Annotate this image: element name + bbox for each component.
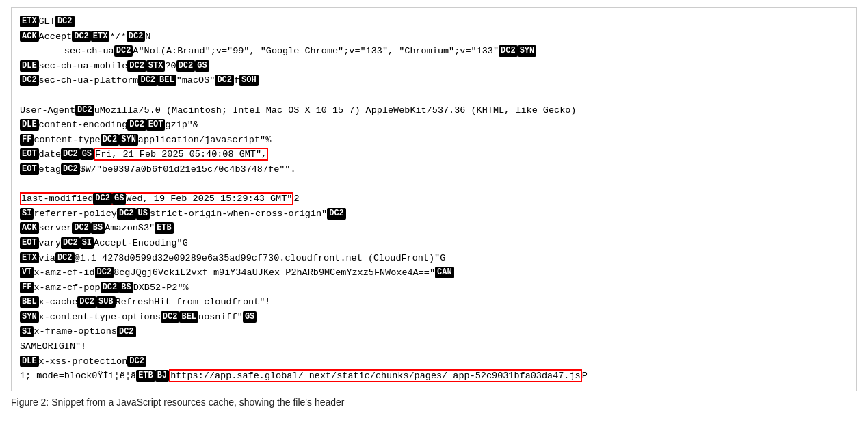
- badge-bel-3: BEL: [179, 311, 198, 323]
- line-13: last-modifiedDC2GSWed, 19 Feb 2025 15:29…: [20, 192, 848, 207]
- badge-dc2-15: DC2: [61, 163, 80, 175]
- line-21: SYNx-content-type-optionsDC2BELnosniff"G…: [20, 310, 848, 325]
- badge-bel-2: BEL: [20, 296, 39, 308]
- badge-eot: EOT: [146, 119, 166, 131]
- badge-vt: VT: [20, 267, 34, 278]
- badge-etx: ETX: [20, 16, 39, 27]
- badge-dc2-9: DC2: [138, 75, 157, 86]
- badge-dc2-8: DC2: [20, 75, 39, 86]
- badge-dc2-20: DC2: [61, 237, 80, 249]
- badge-dc2-2: DC2: [72, 31, 91, 42]
- badge-etx-2: ETX: [91, 31, 110, 42]
- line-23: SAMEORIGIN"!: [20, 339, 848, 354]
- badge-dle-3: DLE: [20, 356, 39, 367]
- line-17: ETXviaDC2@1.1 4278d0599d32e09289e6a35ad9…: [20, 251, 848, 266]
- date-highlight: Fri, 21 Feb 2025 05:40:08 GMT",: [94, 148, 268, 161]
- line-16: EOTvaryDC2SIAccept-Encoding"G: [20, 236, 848, 251]
- line-18: VTx-amz-cf-idDC28cgJQgj6VckiL2vxf_m9iY34…: [20, 265, 848, 280]
- line-24: DLEx-xss-protectionDC2: [20, 354, 848, 369]
- badge-dc2-10: DC2: [215, 75, 234, 86]
- badge-syn-3: SYN: [20, 311, 39, 323]
- badge-ack-2: ACK: [20, 222, 39, 234]
- line-15: ACKserverDC2BSAmazonS3"ETB: [20, 221, 848, 236]
- line-7: User-AgentDC2uMozilla/5.0 (Macintosh; In…: [20, 103, 848, 118]
- badge-ack: ACK: [20, 31, 39, 42]
- badge-dc2-19: DC2: [72, 222, 91, 234]
- badge-dle-2: DLE: [20, 119, 39, 131]
- line-6: [20, 88, 848, 103]
- badge-bs: BS: [91, 222, 105, 234]
- badge-soh: SOH: [239, 75, 259, 86]
- line-14: SIreferrer-policyDC2USstrict-origin-when…: [20, 207, 848, 222]
- badge-si: SI: [20, 208, 34, 220]
- badge-dc2-25: DC2: [161, 311, 180, 323]
- badge-eot-4: EOT: [20, 237, 39, 249]
- line-5: DC2sec-ch-ua-platformDC2BEL"macOS"DC2fSO…: [20, 73, 848, 88]
- badge-dc2-13: DC2: [101, 134, 120, 146]
- badge-bel: BEL: [157, 75, 176, 86]
- badge-bj: BJ: [155, 370, 169, 382]
- badge-bs-2: BS: [119, 282, 133, 293]
- line-11: EOTetagDC2$W/"be9397a0b6f01d21e15c70c4b3…: [20, 162, 848, 177]
- badge-dc2-23: DC2: [101, 282, 120, 293]
- badge-syn: SYN: [518, 45, 537, 57]
- badge-gs-2: GS: [80, 148, 94, 160]
- badge-dc2-1: DC2: [55, 16, 75, 27]
- badge-eot-2: EOT: [20, 148, 39, 160]
- line-1: ETXGETDC2: [20, 14, 848, 29]
- badge-dc2-11: DC2: [75, 105, 94, 116]
- badge-eot-3: EOT: [20, 163, 39, 175]
- badge-etx-3: ETX: [20, 252, 39, 264]
- badge-dc2-3: DC2: [127, 31, 146, 42]
- badge-etb-2: ETB: [136, 370, 155, 382]
- figure-caption: Figure 2: Snippet from a JavaScript reso…: [11, 397, 857, 408]
- badge-dc2-26: DC2: [117, 326, 136, 338]
- badge-dc2-4: DC2: [114, 45, 133, 57]
- line-25: 1; mode=block0ŸÌi¦ë¦ãETBBJhttps://app.sa…: [20, 369, 848, 384]
- badge-can: CAN: [435, 267, 454, 278]
- badge-dc2-16: DC2: [93, 193, 112, 205]
- badge-us: US: [136, 208, 150, 220]
- last-modified-highlight: last-modifiedDC2GSWed, 19 Feb 2025 15:29…: [20, 192, 293, 205]
- badge-dc2-6: DC2: [127, 60, 146, 72]
- badge-dc2-22: DC2: [95, 267, 114, 278]
- line-3: sec-ch-uaDC2A"Not(A:Brand";v="99", "Goog…: [20, 44, 848, 59]
- badge-si-3: SI: [20, 326, 34, 338]
- badge-gs-3: GS: [112, 193, 126, 205]
- badge-dc2-17: DC2: [117, 208, 136, 220]
- badge-dle: DLE: [20, 60, 39, 72]
- badge-dc2-7: DC2: [176, 60, 196, 72]
- line-4: DLEsec-ch-ua-mobileDC2STX?0DC2GS: [20, 59, 848, 74]
- line-9: FFcontent-typeDC2SYNapplication/javascri…: [20, 133, 848, 148]
- badge-gs: GS: [195, 60, 209, 72]
- line-19: FFx-amz-cf-popDC2BSDXB52-P2"%: [20, 280, 848, 295]
- badge-syn-2: SYN: [119, 134, 138, 146]
- badge-stx: STX: [146, 60, 166, 72]
- badge-dc2-14: DC2: [61, 148, 80, 160]
- badge-ff: FF: [20, 134, 34, 146]
- badge-etb: ETB: [155, 222, 174, 234]
- badge-si-2: SI: [80, 237, 94, 249]
- line-20: BELx-cacheDC2SUBRefreshHit from cloudfro…: [20, 295, 848, 310]
- line-22: SIx-frame-optionsDC2: [20, 324, 848, 339]
- badge-dc2-5: DC2: [499, 45, 518, 57]
- badge-gs-4: GS: [243, 311, 257, 323]
- line-2: ACKAcceptDC2ETX*/*DC2N: [20, 29, 848, 44]
- badge-ff-2: FF: [20, 282, 34, 293]
- badge-sub: SUB: [96, 296, 116, 308]
- line-8: DLEcontent-encodingDC2EOTgzip"&: [20, 118, 848, 133]
- badge-dc2-21: DC2: [55, 252, 75, 264]
- badge-dc2-24: DC2: [77, 296, 96, 308]
- badge-dc2-27: DC2: [127, 356, 146, 367]
- badge-dc2-18: DC2: [327, 208, 346, 220]
- badge-dc2-12: DC2: [127, 119, 146, 131]
- url-highlight: https://app.safe.global/ next/static/chu…: [169, 369, 582, 382]
- line-10: EOTdateDC2GSFri, 21 Feb 2025 05:40:08 GM…: [20, 147, 848, 162]
- code-block: ETXGETDC2ACKAcceptDC2ETX*/*DC2N sec-ch-u…: [11, 7, 857, 391]
- line-12: [20, 177, 848, 192]
